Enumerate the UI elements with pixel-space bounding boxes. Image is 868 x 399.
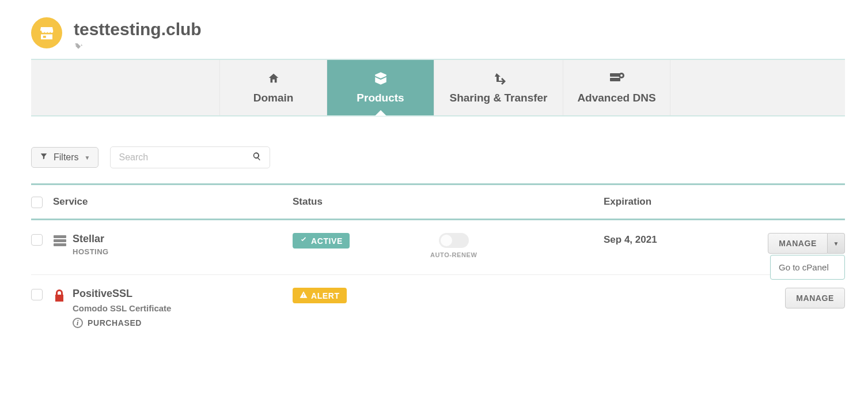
table-header: Service Status Expiration xyxy=(31,183,845,220)
filter-icon xyxy=(40,152,48,163)
tab-advanced-dns[interactable]: Advanced DNS xyxy=(563,60,670,115)
alert-icon xyxy=(300,291,308,300)
service-description: Comodo SSL Certificate xyxy=(73,303,171,313)
manage-button[interactable]: MANAGE xyxy=(768,233,828,254)
search-icon[interactable] xyxy=(252,152,261,163)
hosting-icon xyxy=(53,234,67,248)
row-checkbox[interactable] xyxy=(31,234,43,246)
service-name: PositiveSSL xyxy=(73,288,171,300)
purchased-label: PURCHASED xyxy=(88,318,142,328)
tag-add-icon[interactable]: + xyxy=(74,42,83,51)
auto-renew-label: AUTO-RENEW xyxy=(430,251,477,258)
info-icon[interactable]: i xyxy=(73,318,83,328)
tab-label: Domain xyxy=(253,92,294,104)
manage-dropdown-toggle[interactable]: ▼ xyxy=(828,233,845,254)
svg-rect-2 xyxy=(610,78,620,81)
search-box[interactable] xyxy=(110,146,270,168)
chevron-down-icon: ▼ xyxy=(85,155,90,161)
tab-products[interactable]: Products xyxy=(327,60,434,115)
store-icon xyxy=(31,17,62,48)
table-row: PositiveSSL Comodo SSL Certificate i PUR… xyxy=(31,275,845,344)
status-badge: ACTIVE xyxy=(293,233,350,249)
service-name: Stellar xyxy=(73,233,109,245)
home-icon xyxy=(267,71,280,86)
row-checkbox[interactable] xyxy=(31,289,43,300)
tab-sharing-transfer[interactable]: Sharing & Transfer xyxy=(434,60,563,115)
tab-label: Products xyxy=(357,92,404,104)
filters-label: Filters xyxy=(54,152,79,163)
server-gear-icon xyxy=(609,71,625,86)
tab-domain[interactable]: Domain xyxy=(220,60,327,115)
svg-rect-5 xyxy=(54,235,66,238)
page-header: testtesting.club + xyxy=(31,17,845,52)
controls-row: Filters ▼ xyxy=(31,146,845,168)
status-badge: ALERT xyxy=(293,288,347,303)
status-label: ALERT xyxy=(311,291,340,300)
svg-point-4 xyxy=(620,74,623,77)
search-input[interactable] xyxy=(119,152,252,163)
service-subtype: HOSTING xyxy=(73,247,109,256)
column-expiration: Expiration xyxy=(604,196,748,208)
select-all-checkbox[interactable] xyxy=(31,197,43,208)
box-icon xyxy=(373,71,388,86)
ssl-lock-icon xyxy=(53,289,67,303)
svg-rect-6 xyxy=(54,239,66,242)
tab-bar: Domain Products Sharing & Transfer Advan… xyxy=(31,59,845,116)
transfer-icon xyxy=(491,71,507,86)
products-table: Service Status Expiration Stellar HOSTIN… xyxy=(31,183,845,344)
expiration-date: Sep 4, 2021 xyxy=(604,233,748,246)
chevron-down-icon: ▼ xyxy=(833,240,839,247)
status-label: ACTIVE xyxy=(311,236,343,246)
check-icon xyxy=(300,236,308,246)
svg-rect-7 xyxy=(54,243,66,246)
manage-button[interactable]: MANAGE xyxy=(785,288,845,308)
tab-spacer xyxy=(670,60,845,115)
table-row: Stellar HOSTING ACTIVE AUTO-RENEW xyxy=(31,220,845,275)
auto-renew-toggle[interactable] xyxy=(439,233,469,248)
column-service: Service xyxy=(53,196,293,208)
column-status: Status xyxy=(293,196,604,208)
svg-text:+: + xyxy=(80,43,83,48)
tab-spacer xyxy=(31,60,220,115)
tab-label: Advanced DNS xyxy=(577,92,655,104)
tab-label: Sharing & Transfer xyxy=(450,92,548,104)
domain-title: testtesting.club xyxy=(74,17,202,39)
filters-button[interactable]: Filters ▼ xyxy=(31,147,98,168)
